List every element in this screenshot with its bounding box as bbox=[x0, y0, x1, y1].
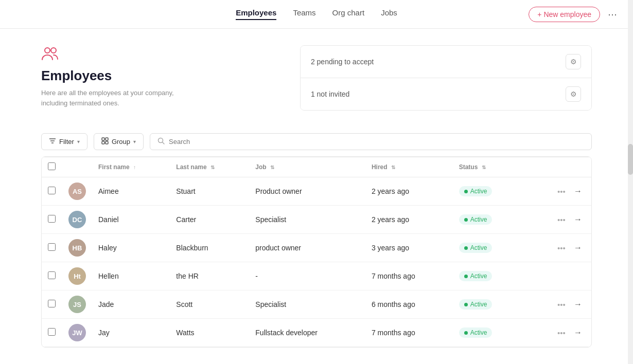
first-name-sort-icon: ↑ bbox=[133, 165, 136, 170]
hired-sort-icon: ⇅ bbox=[391, 165, 395, 170]
first-name-header[interactable]: First name ↑ bbox=[92, 157, 170, 177]
row-checkbox[interactable] bbox=[48, 187, 56, 194]
employees-icon bbox=[41, 45, 60, 64]
table-row: HB HaleyBlackburnproduct owner3 years ag… bbox=[42, 234, 591, 262]
group-chevron-icon: ▾ bbox=[133, 139, 136, 144]
group-label: Group bbox=[112, 138, 130, 145]
row-checkbox-cell bbox=[42, 290, 62, 319]
row-checkbox[interactable] bbox=[48, 215, 56, 223]
row-checkbox-cell bbox=[42, 177, 62, 206]
row-checkbox-cell bbox=[42, 234, 62, 262]
row-navigate-button[interactable]: → bbox=[571, 184, 585, 198]
hired-cell: 2 years ago bbox=[365, 206, 453, 234]
svg-rect-6 bbox=[106, 138, 108, 140]
status-dot-icon bbox=[464, 246, 468, 250]
employee-table: First name ↑ Last name ⇅ Job ⇅ Hired ⇅ bbox=[42, 157, 591, 347]
row-navigate-button[interactable]: → bbox=[571, 297, 585, 312]
header-section: Employees Here are all the employees at … bbox=[41, 45, 592, 111]
table-row: DC DanielCarterSpecialist2 years ago Act… bbox=[42, 206, 591, 234]
job-header[interactable]: Job ⇅ bbox=[249, 157, 365, 177]
last-name-cell: Watts bbox=[170, 319, 249, 347]
avatar: HB bbox=[68, 239, 86, 257]
row-checkbox[interactable] bbox=[48, 271, 56, 279]
select-all-checkbox[interactable] bbox=[48, 162, 56, 170]
row-more-button[interactable]: ••• bbox=[554, 241, 569, 255]
status-badge: Active bbox=[459, 214, 493, 225]
toolbar: Filter ▾ Group ▾ bbox=[41, 127, 592, 150]
row-actions: ••• → bbox=[530, 325, 585, 340]
more-icon: ⋯ bbox=[608, 9, 617, 20]
hired-cell: 2 years ago bbox=[365, 177, 453, 206]
last-name-cell: the HR bbox=[170, 262, 249, 290]
last-name-cell: Carter bbox=[170, 206, 249, 234]
svg-rect-8 bbox=[106, 141, 108, 144]
row-actions-cell: ••• → bbox=[524, 206, 591, 234]
avatar: JW bbox=[68, 324, 86, 341]
avatar-cell: AS bbox=[62, 177, 92, 206]
last-name-cell: Blackburn bbox=[170, 234, 249, 262]
row-navigate-button[interactable]: → bbox=[571, 325, 585, 340]
row-checkbox-cell bbox=[42, 319, 62, 347]
row-navigate-button[interactable]: → bbox=[571, 212, 585, 227]
status-header[interactable]: Status ⇅ bbox=[453, 157, 524, 177]
tab-employees[interactable]: Employees bbox=[236, 8, 276, 20]
page-header-left: Employees Here are all the employees at … bbox=[41, 45, 284, 108]
row-checkbox[interactable] bbox=[48, 243, 56, 251]
table-header-row: First name ↑ Last name ⇅ Job ⇅ Hired ⇅ bbox=[42, 157, 591, 177]
svg-rect-7 bbox=[102, 141, 104, 144]
row-more-button[interactable]: ••• bbox=[554, 212, 569, 227]
row-checkbox[interactable] bbox=[48, 328, 56, 336]
tab-org-chart[interactable]: Org chart bbox=[332, 8, 365, 20]
new-employee-button[interactable]: + New employee bbox=[529, 7, 600, 22]
pending-settings-icon[interactable]: ⚙ bbox=[566, 54, 581, 69]
job-cell: - bbox=[249, 262, 365, 290]
search-input[interactable] bbox=[169, 138, 584, 145]
hired-header[interactable]: Hired ⇅ bbox=[365, 157, 453, 177]
last-name-sort-icon: ⇅ bbox=[210, 165, 215, 170]
status-dot-icon bbox=[464, 218, 468, 222]
status-dot-icon bbox=[464, 190, 468, 193]
avatar: Ht bbox=[68, 267, 86, 285]
tab-teams[interactable]: Teams bbox=[293, 8, 315, 20]
table-row: JW JayWattsFullstack developer7 months a… bbox=[42, 319, 591, 347]
avatar-cell: JS bbox=[62, 290, 92, 319]
first-name-cell: Jade bbox=[92, 290, 170, 319]
scrollbar-thumb[interactable] bbox=[628, 144, 633, 175]
table-row: AS AimeeStuartProduct owner2 years ago A… bbox=[42, 177, 591, 206]
row-more-button[interactable]: ••• bbox=[554, 297, 569, 312]
job-cell: Specialist bbox=[249, 206, 365, 234]
row-actions-cell: ••• → bbox=[524, 234, 591, 262]
avatar: JS bbox=[68, 296, 86, 313]
status-badge: Active bbox=[459, 186, 493, 196]
tab-jobs[interactable]: Jobs bbox=[381, 8, 397, 20]
status-cell: Active bbox=[453, 206, 524, 234]
scrollbar[interactable] bbox=[628, 0, 633, 364]
not-invited-settings-icon[interactable]: ⚙ bbox=[566, 86, 581, 102]
table-row: JS JadeScottSpecialist6 months ago Activ… bbox=[42, 290, 591, 319]
group-button[interactable]: Group ▾ bbox=[94, 133, 144, 150]
row-actions-cell-empty bbox=[524, 262, 591, 290]
row-checkbox[interactable] bbox=[48, 300, 56, 307]
avatar-cell: HB bbox=[62, 234, 92, 262]
row-more-button[interactable]: ••• bbox=[554, 325, 569, 340]
svg-line-10 bbox=[163, 142, 165, 144]
status-cell: Active bbox=[453, 234, 524, 262]
last-name-header[interactable]: Last name ⇅ bbox=[170, 157, 249, 177]
row-actions: ••• → bbox=[530, 241, 585, 255]
job-cell: Specialist bbox=[249, 290, 365, 319]
row-actions: ••• → bbox=[530, 184, 585, 198]
status-badge: Active bbox=[459, 299, 493, 310]
group-icon bbox=[101, 137, 109, 146]
filter-button[interactable]: Filter ▾ bbox=[41, 133, 87, 150]
page-content: Employees Here are all the employees at … bbox=[0, 29, 633, 360]
avatar-cell: Ht bbox=[62, 262, 92, 290]
status-cell: Active bbox=[453, 290, 524, 319]
job-cell: product owner bbox=[249, 234, 365, 262]
last-name-cell: Scott bbox=[170, 290, 249, 319]
row-navigate-button[interactable]: → bbox=[571, 241, 585, 255]
avatar: AS bbox=[68, 183, 86, 200]
table-row: Ht Hellenthe HR-7 months ago Active bbox=[42, 262, 591, 290]
more-options-button[interactable]: ⋯ bbox=[604, 6, 621, 23]
row-more-button[interactable]: ••• bbox=[554, 184, 569, 198]
row-actions: ••• → bbox=[530, 212, 585, 227]
